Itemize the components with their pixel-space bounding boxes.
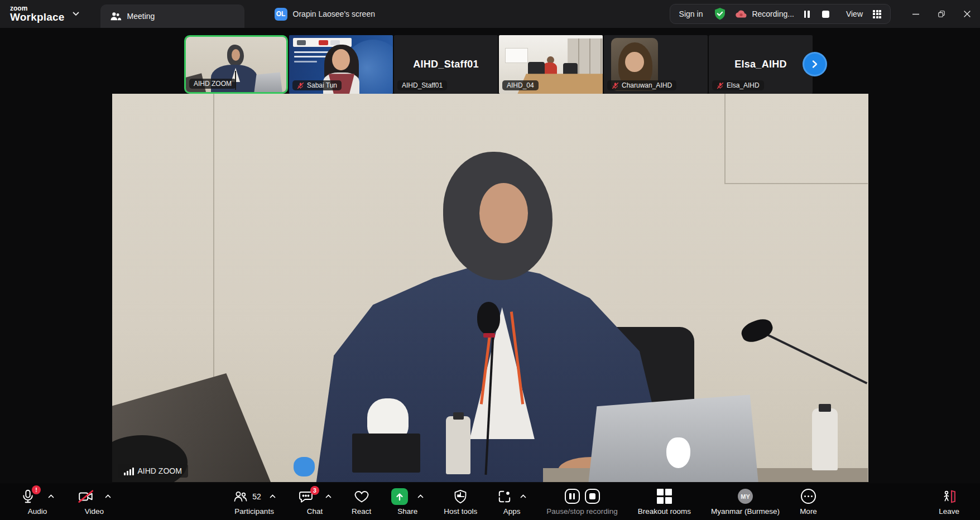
- audio-chevron-up-icon[interactable]: [48, 494, 54, 498]
- react-label: React: [352, 507, 371, 516]
- interpretation-language-avatar: MY: [738, 489, 753, 504]
- chat-chevron-up-icon[interactable]: [325, 494, 332, 498]
- tile-name-chip: AIHD ZOOM: [189, 79, 236, 89]
- participants-button[interactable]: 52 Participants: [225, 484, 283, 519]
- pause-recording-button[interactable]: [804, 11, 810, 18]
- video-button[interactable]: Video: [70, 484, 118, 519]
- tile-name-chip: Charuwan_AIHD: [607, 80, 676, 90]
- close-button[interactable]: [954, 0, 980, 28]
- stage: AIHD ZOOM: [0, 94, 980, 483]
- muted-mic-icon: [612, 82, 619, 89]
- table-microphone-ring: [483, 333, 496, 338]
- chat-button[interactable]: 3 Chat: [291, 484, 339, 519]
- thumb-laptop-silver: [254, 72, 282, 92]
- thumb-speaker-face: [232, 49, 240, 61]
- recording-status: Recording...: [735, 9, 794, 18]
- recording-cloud-icon: [735, 9, 747, 18]
- tile-name-label: AIHD_Staff01: [402, 81, 443, 89]
- tile-name-label: Sabai Tun: [307, 81, 337, 89]
- view-button[interactable]: View: [846, 9, 863, 18]
- video-tile-aihd-zoom[interactable]: AIHD ZOOM: [184, 35, 288, 94]
- react-button[interactable]: React: [344, 484, 378, 519]
- more-ellipsis-icon: [801, 489, 816, 504]
- stop-recording-button[interactable]: [822, 11, 829, 18]
- tile-name-chip: AIHD_Staff01: [397, 80, 447, 90]
- participants-chevron-up-icon[interactable]: [270, 494, 276, 498]
- toolbar-center-cluster: 52 Participants 3 Chat: [225, 484, 824, 519]
- video-tile-aihd-staff01[interactable]: AIHD_Staff01 AIHD_Staff01: [394, 35, 498, 94]
- share-chevron-up-icon[interactable]: [417, 494, 424, 498]
- pause-stop-recording-button[interactable]: Pause/stop recording: [539, 484, 625, 519]
- filmstrip-next-page-button[interactable]: [803, 52, 827, 76]
- share-button[interactable]: Share: [384, 484, 431, 519]
- recording-label: Recording...: [752, 9, 794, 18]
- apps-icon: [497, 489, 512, 504]
- thumb-whiteboard: [505, 48, 528, 63]
- audio-alert-badge: !: [32, 485, 41, 494]
- encryption-shield-icon[interactable]: [714, 7, 726, 21]
- breakout-rooms-button[interactable]: Breakout rooms: [631, 484, 698, 519]
- interpretation-label: Myanmar (Burmese): [711, 507, 780, 516]
- macbook-laptop: [588, 394, 758, 482]
- pause-stop-recording-label: Pause/stop recording: [546, 507, 618, 516]
- video-tile-sabai-tun[interactable]: Sabai Tun: [289, 35, 393, 94]
- share-label: Share: [397, 507, 417, 516]
- meeting-toolbar: ! Audio Video: [0, 483, 980, 520]
- tab-shared-screen-label: Orapin Laosee's screen: [293, 9, 375, 18]
- water-bottle: [446, 416, 470, 474]
- meeting-people-icon: [109, 11, 122, 21]
- tile-name-label: AIHD_04: [507, 81, 534, 89]
- wall-seam: [724, 183, 868, 184]
- active-speaker-video[interactable]: AIHD ZOOM: [112, 94, 868, 482]
- chat-label: Chat: [307, 507, 323, 516]
- titlebar: zoom Workplace Meeting OL Orapin Laosee'…: [0, 0, 980, 28]
- host-tools-label: Host tools: [444, 507, 477, 516]
- workspace-chevron-down-icon[interactable]: [73, 12, 79, 16]
- view-grid-icon[interactable]: [873, 10, 881, 18]
- tile-name-chip: AIHD_04: [502, 80, 539, 90]
- minimize-button[interactable]: [903, 0, 929, 28]
- camera-off-icon: [78, 489, 94, 504]
- titlebar-right: Sign in Recording... View: [670, 0, 980, 28]
- more-button[interactable]: More: [792, 484, 824, 519]
- chat-icon: 3: [298, 489, 314, 504]
- participants-label: Participants: [234, 507, 274, 516]
- video-tile-elsa-aihd[interactable]: Elsa_AIHD Elsa_AIHD: [709, 35, 813, 94]
- participant-filmstrip: AIHD ZOOM: [0, 28, 980, 94]
- sign-in-button[interactable]: Sign in: [679, 9, 703, 18]
- tile-name-label: AIHD ZOOM: [194, 80, 232, 88]
- video-tile-charuwan-aihd[interactable]: Charuwan_AIHD: [604, 35, 708, 94]
- thumb-office-person-shirt: [542, 62, 557, 75]
- table-microphone-head: [477, 302, 500, 335]
- host-tools-button[interactable]: Host tools: [436, 484, 484, 519]
- tile-name-chip: Elsa_AIHD: [712, 80, 764, 90]
- audio-level-icon: [124, 467, 134, 475]
- participants-icon: [233, 489, 248, 504]
- thumb-photo-face: [625, 52, 643, 72]
- pause-recording-icon[interactable]: [565, 489, 580, 504]
- restore-window-button[interactable]: [929, 0, 954, 28]
- video-chevron-up-icon[interactable]: [105, 494, 111, 498]
- tile-name-chip: Sabai Tun: [292, 80, 342, 90]
- video-tile-aihd-04[interactable]: AIHD_04: [499, 35, 603, 94]
- participants-count: 52: [252, 492, 261, 501]
- leave-button[interactable]: Leave: [931, 484, 967, 519]
- muted-mic-icon: [297, 82, 304, 89]
- window-controls: [903, 0, 980, 28]
- thumb-participant-face: [332, 49, 350, 70]
- water-bottle-right: [812, 408, 838, 470]
- apps-button[interactable]: Apps: [490, 484, 534, 519]
- tissue-box: [352, 434, 420, 473]
- tab-meeting[interactable]: Meeting: [100, 4, 244, 28]
- microphone-icon: !: [21, 489, 35, 504]
- host-tools-shield-icon: [454, 489, 467, 504]
- wall-seam: [724, 94, 726, 183]
- logo-workplace-text: Workplace: [10, 12, 65, 23]
- apps-chevron-up-icon[interactable]: [520, 494, 526, 498]
- audio-button[interactable]: ! Audio: [13, 484, 61, 519]
- muted-mic-icon: [717, 82, 724, 89]
- stop-recording-icon[interactable]: [585, 489, 600, 504]
- active-speaker-name: AIHD ZOOM: [138, 466, 182, 475]
- interpretation-button[interactable]: MY Myanmar (Burmese): [704, 484, 787, 519]
- tab-shared-screen[interactable]: OL Orapin Laosee's screen: [263, 3, 386, 25]
